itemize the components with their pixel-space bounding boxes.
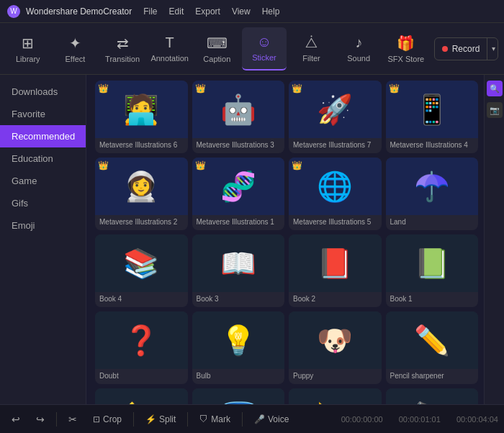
mark-icon: ⛉ (199, 414, 208, 424)
camera-panel-icon[interactable]: 📷 (487, 102, 503, 118)
annotation-label: Annotation (150, 54, 189, 63)
sticker-emoji: 🚀 (313, 88, 356, 131)
crown-badge: 👑 (389, 83, 400, 94)
toolbar-library[interactable]: ⊞ Library (6, 27, 50, 70)
sidebar-item-gifs[interactable]: Gifs (0, 192, 86, 214)
voice-label: Voice (268, 414, 289, 424)
separator-4 (242, 412, 243, 427)
sticker-name: Metaverse Illustrations 1 (192, 215, 285, 230)
record-label: Record (452, 44, 480, 54)
annotation-icon: T (166, 35, 174, 51)
sticker-item[interactable]: 💡Bulb (192, 311, 285, 384)
toolbar-transition[interactable]: ⇄ Transition (100, 27, 145, 70)
title-bar: W Wondershare DemoCreator File Edit Expo… (0, 0, 504, 23)
sticker-icon: ☺ (257, 34, 271, 50)
sidebar: Downloads Favorite Recommended Education… (0, 75, 86, 404)
record-btn-main[interactable]: Record (435, 38, 487, 60)
effect-icon: ✦ (69, 35, 81, 52)
toolbar-filter[interactable]: ⧊ Filter (289, 27, 334, 70)
sticker-name: Metaverse Illustrations 7 (289, 138, 382, 153)
crop-button[interactable]: ⊡ Crop (87, 411, 127, 427)
sticker-item[interactable]: 👑👩‍🚀Metaverse Illustrations 2 (95, 158, 188, 230)
crown-badge: 👑 (98, 83, 109, 94)
sticker-item[interactable]: ✏️Pencil sharpener (386, 311, 479, 384)
sticker-item[interactable]: 👑🧬Metaverse Illustrations 1 (192, 158, 285, 230)
sticker-emoji: ✏️ (410, 319, 454, 362)
sticker-emoji: 👩‍🚀 (120, 165, 163, 208)
sticker-grid: 👑🧑‍💻Metaverse Illustrations 6👑🤖Metaverse… (95, 81, 478, 404)
sound-label: Sound (347, 54, 370, 63)
transition-icon: ⇄ (117, 35, 129, 52)
voice-button[interactable]: 🎤 Voice (248, 411, 294, 427)
sidebar-item-favorite[interactable]: Favorite (0, 103, 86, 125)
sfx-label: SFX Store (387, 55, 424, 63)
record-dropdown-arrow[interactable]: ▾ (487, 38, 498, 60)
sticker-item[interactable]: 📕Book 2 (289, 234, 382, 307)
sticker-item[interactable]: 📗Book 1 (386, 234, 479, 307)
sidebar-item-emoji[interactable]: Emoji (0, 214, 86, 237)
menu-export[interactable]: Export (195, 6, 220, 17)
sticker-name: Book 3 (192, 292, 285, 307)
sticker-item[interactable]: 👑🚀Metaverse Illustrations 7 (289, 81, 382, 153)
mark-button[interactable]: ⛉ Mark (194, 411, 236, 427)
undo-button[interactable]: ↩ (6, 409, 26, 429)
crop-label: Crop (103, 414, 122, 424)
library-label: Library (16, 55, 40, 63)
crown-badge: 👑 (292, 83, 302, 94)
menu-view[interactable]: View (232, 6, 251, 17)
sticker-item[interactable]: ❓Doubt (95, 311, 188, 384)
sticker-item[interactable]: 📖Book 3 (192, 234, 285, 307)
sticker-item[interactable]: ☂️Land (386, 158, 479, 230)
menu-help[interactable]: Help (262, 6, 280, 17)
menu-bar: File Edit Export View Help (143, 6, 279, 17)
sticker-emoji: 🐶 (313, 319, 356, 362)
toolbar-sound[interactable]: ♪ Sound (336, 27, 381, 70)
menu-edit[interactable]: Edit (169, 6, 184, 17)
sticker-emoji: 🔭 (410, 396, 454, 404)
caption-label: Caption (203, 55, 230, 63)
right-panel: 🔍 📷 (484, 75, 504, 404)
sticker-item[interactable]: 📚Book 4 (95, 234, 188, 307)
separator-3 (187, 412, 188, 427)
crown-badge: 👑 (98, 160, 109, 170)
search-panel-icon[interactable]: 🔍 (487, 81, 503, 96)
sticker-item[interactable]: 🐶Puppy (289, 311, 382, 384)
toolbar-sticker[interactable]: ☺ Sticker (242, 27, 287, 70)
split-button[interactable]: ⚡ Split (140, 411, 181, 427)
sticker-emoji: 📗 (410, 242, 454, 285)
sticker-grid-area: 👑🧑‍💻Metaverse Illustrations 6👑🤖Metaverse… (86, 75, 484, 404)
toolbar-annotation[interactable]: T Annotation (148, 27, 192, 70)
sound-icon: ♪ (355, 35, 362, 51)
record-button[interactable]: Record ▾ (434, 37, 498, 60)
sticker-item[interactable]: 🔭Compasses (386, 388, 479, 404)
sticker-item[interactable]: 📐Ruler (289, 388, 382, 404)
time-end: 00:00:04:04 (456, 415, 498, 424)
sticker-emoji: 🤖 (217, 88, 260, 131)
sticker-emoji: 💡 (217, 319, 260, 362)
sidebar-item-education[interactable]: Education (0, 147, 86, 170)
separator-1 (56, 412, 57, 427)
redo-button[interactable]: ↪ (30, 409, 50, 429)
toolbar-effect[interactable]: ✦ Effect (53, 27, 98, 70)
sticker-item[interactable]: 👑🤖Metaverse Illustrations 3 (192, 81, 285, 153)
record-dot (442, 46, 448, 52)
filter-icon: ⧊ (305, 35, 318, 51)
toolbar-sfx[interactable]: 🎁 SFX Store (384, 27, 428, 70)
scissors-button[interactable]: ✂ (63, 409, 83, 429)
sticker-item[interactable]: 👑📱Metaverse Illustrations 4 (386, 81, 479, 153)
sticker-name: Metaverse Illustrations 2 (95, 215, 188, 230)
bottom-bar: ↩ ↪ ✂ ⊡ Crop ⚡ Split ⛉ Mark 🎤 Voice 00:0… (0, 404, 504, 433)
sticker-item[interactable]: 📏Tape measure (95, 388, 188, 404)
sidebar-item-recommended[interactable]: Recommended (0, 125, 86, 147)
app-name: Wondershare DemoCreator (26, 6, 132, 17)
sticker-item[interactable]: 👑🌐Metaverse Illustrations 5 (289, 158, 382, 230)
sticker-emoji: ❓ (120, 319, 163, 362)
sidebar-item-downloads[interactable]: Downloads (0, 81, 86, 103)
menu-file[interactable]: File (143, 6, 157, 17)
sticker-item[interactable]: 🪣Pen container (192, 388, 285, 404)
toolbar-caption[interactable]: ⌨ Caption (195, 27, 240, 70)
time-mid: 00:00:01:01 (399, 415, 441, 424)
sticker-item[interactable]: 👑🧑‍💻Metaverse Illustrations 6 (95, 81, 188, 153)
library-icon: ⊞ (22, 35, 34, 52)
sidebar-item-game[interactable]: Game (0, 170, 86, 192)
